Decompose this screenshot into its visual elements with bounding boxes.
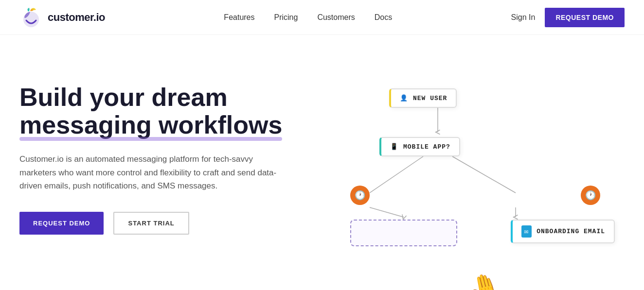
svg-line-4: [370, 207, 404, 217]
nav-features[interactable]: Features: [224, 13, 254, 21]
logo-link[interactable]: customer.io: [19, 6, 105, 29]
hand-cursor-icon: 🤚: [465, 269, 503, 290]
email-icon: ✉: [521, 225, 532, 238]
hero-buttons: REQUEST DEMO START TRIAL: [19, 212, 311, 235]
logo-icon: [19, 6, 43, 29]
hero-title-line1: Build your dream: [19, 83, 228, 111]
diagram-onboarding-node: ✉ ONBOARDING EMAIL: [511, 220, 615, 243]
svg-line-2: [370, 156, 423, 193]
hero-title: Build your dream messaging workflows: [19, 84, 311, 139]
hero-description: Customer.io is an automated messaging pl…: [19, 153, 282, 192]
diagram-connectors: [340, 74, 625, 290]
hero-title-line2: messaging workflows: [19, 111, 282, 139]
start-trial-button[interactable]: START TRIAL: [113, 212, 189, 235]
mobile-app-icon: 📱: [390, 143, 398, 151]
onboarding-label: ONBOARDING EMAIL: [537, 228, 605, 235]
diagram-dashed-box: [350, 220, 457, 246]
hero-section: Build your dream messaging workflows Cus…: [0, 35, 644, 290]
diagram-new-user-node: 👤 NEW USER: [389, 88, 457, 108]
new-user-label: NEW USER: [413, 95, 447, 102]
new-user-icon: 👤: [400, 94, 408, 102]
timer-left-icon: 🕐: [350, 186, 370, 205]
nav-docs[interactable]: Docs: [375, 13, 392, 21]
nav-links: Features Pricing Customers Docs: [224, 13, 392, 22]
svg-line-3: [452, 156, 516, 193]
signin-link[interactable]: Sign In: [511, 13, 536, 22]
hero-diagram: 👤 NEW USER 📱 MOBILE APP? 🕐 🕐 ✉ ONBOARDIN…: [340, 74, 625, 290]
logo-text: customer.io: [48, 11, 105, 24]
nav-customers[interactable]: Customers: [317, 13, 355, 21]
diagram-mobile-app-node: 📱 MOBILE APP?: [379, 137, 460, 156]
mobile-app-label: MOBILE APP?: [403, 143, 450, 151]
nav-pricing[interactable]: Pricing: [274, 13, 298, 21]
svg-point-0: [23, 12, 39, 27]
nav-right: Sign In REQUEST DEMO: [511, 8, 625, 27]
hero-content: Build your dream messaging workflows Cus…: [19, 74, 311, 235]
request-demo-nav-button[interactable]: REQUEST DEMO: [545, 8, 625, 27]
timer-right-icon: 🕐: [581, 186, 600, 205]
request-demo-hero-button[interactable]: REQUEST DEMO: [19, 212, 104, 235]
navbar: customer.io Features Pricing Customers D…: [0, 0, 644, 35]
